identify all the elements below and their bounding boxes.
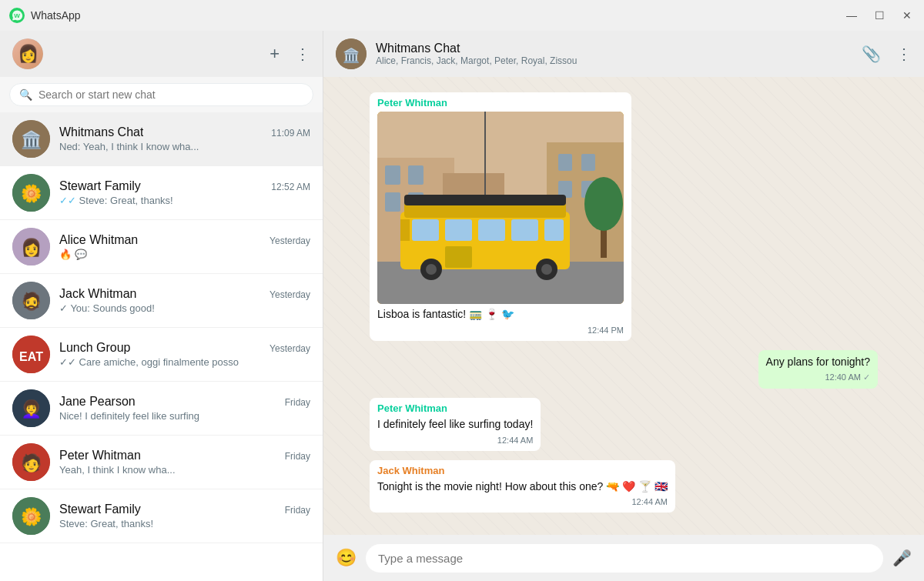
chat-list: 🏛️ Whitmans Chat 11:09 AM Ned: Yeah, I t… [0, 112, 323, 581]
chat-header-icons: 📎 ⋮ [862, 45, 912, 63]
chat-item-jack-whitman[interactable]: 🧔 Jack Whitman Yesterday ✓ You: Sounds g… [0, 274, 323, 328]
chat-item-stewart-family[interactable]: 🌼 Stewart Family 12:52 AM ✓✓ Steve: Grea… [0, 166, 323, 220]
close-button[interactable]: ✕ [899, 9, 915, 22]
chat-item-whitmans-chat[interactable]: 🏛️ Whitmans Chat 11:09 AM Ned: Yeah, I t… [0, 112, 323, 166]
svg-rect-48 [400, 219, 410, 241]
message-input[interactable] [366, 544, 883, 573]
svg-point-47 [541, 264, 552, 275]
chat-item-peter-whitman[interactable]: 🧑 Peter Whitman Friday Yeah, I think I k… [0, 436, 323, 489]
sidebar: 👩 + ⋮ 🔍 🏛️ Whitmans Ch [0, 31, 323, 581]
search-input[interactable] [38, 88, 303, 101]
maximize-button[interactable]: ☐ [872, 9, 887, 22]
chat-item-lunch-group[interactable]: EAT Lunch Group Yesterday ✓✓ Care amiche… [0, 328, 323, 382]
sidebar-header: 👩 + ⋮ [0, 31, 323, 77]
chat-header-info: Whitmans Chat Alice, Francis, Jack, Marg… [376, 42, 852, 66]
msg-text-surfing: I definitely feel like surfing today! [377, 417, 533, 432]
chat-info-jane: Jane Pearson Friday Nice! I definitely f… [59, 395, 310, 422]
msg-image-tram [377, 112, 624, 304]
chat-header-members: Alice, Francis, Jack, Margot, Peter, Roy… [376, 55, 852, 66]
avatar-stewart-family-2: 🌼 [12, 497, 50, 535]
chat-preview-lunch: ✓✓ Care amiche, oggi finalmente posso [59, 356, 310, 368]
new-chat-icon[interactable]: + [270, 44, 280, 64]
svg-text:🌼: 🌼 [21, 183, 42, 204]
msg-sender-peter: Peter Whitman [377, 97, 624, 109]
chat-time-alice: Yesterday [270, 235, 310, 246]
chat-time-stewart: 12:52 AM [271, 182, 310, 192]
msg-meta-1: 12:44 PM [377, 326, 624, 335]
minimize-button[interactable]: — [844, 9, 859, 22]
chat-preview-alice: 🔥 💬 [59, 249, 310, 260]
message-plans: Any plans for tonight? 12:40 AM ✓ [758, 350, 878, 389]
chat-time-lunch: Yesterday [270, 343, 310, 354]
svg-rect-42 [544, 219, 564, 241]
msg-meta-4: 12:44 AM [377, 497, 668, 506]
chat-item-alice-whitman[interactable]: 👩 Alice Whitman Yesterday 🔥 💬 [0, 220, 323, 274]
chat-preview-whitmans: Ned: Yeah, I think I know wha... [59, 141, 310, 152]
chat-header-name: Whitmans Chat [376, 42, 852, 55]
sidebar-icons: + ⋮ [270, 44, 310, 64]
msg-tick-single: ✓ [863, 372, 870, 382]
message-peter-surfing: Peter Whitman I definitely feel like sur… [370, 398, 541, 451]
chat-info-lunch: Lunch Group Yesterday ✓✓ Care amiche, og… [59, 341, 310, 368]
svg-rect-25 [408, 165, 424, 185]
titlebar-left: W WhatsApp [9, 8, 81, 23]
chat-name-stewart: Stewart Family [59, 179, 141, 193]
chat-menu-icon[interactable]: ⋮ [896, 45, 912, 63]
svg-text:🏛️: 🏛️ [21, 129, 42, 150]
messages-area: Peter Whitman [323, 77, 924, 535]
svg-rect-28 [558, 154, 572, 171]
svg-point-45 [426, 264, 437, 275]
search-container: 🔍 [9, 83, 313, 106]
window-controls: — ☐ ✕ [844, 9, 915, 22]
emoji-button[interactable]: 😊 [336, 548, 357, 568]
chat-time-peter: Friday [285, 451, 310, 462]
chat-item-stewart-family-2[interactable]: 🌼 Stewart Family Friday Steve: Great, th… [0, 489, 323, 543]
svg-rect-43 [445, 246, 472, 268]
svg-text:🌼: 🌼 [21, 506, 42, 527]
attachment-icon[interactable]: 📎 [862, 45, 881, 63]
whatsapp-logo-icon: W [9, 8, 25, 23]
titlebar: W WhatsApp — ☐ ✕ [0, 0, 924, 31]
svg-rect-29 [581, 154, 595, 171]
avatar-stewart-family: 🌼 [12, 174, 50, 212]
chat-preview-stewart2: Steve: Great, thanks! [59, 518, 310, 529]
search-icon: 🔍 [19, 88, 32, 101]
chat-top-alice: Alice Whitman Yesterday [59, 233, 310, 247]
search-bar: 🔍 [0, 77, 323, 112]
menu-icon[interactable]: ⋮ [295, 45, 310, 63]
msg-text-movie: Tonight is the movie night! How about th… [377, 479, 668, 495]
chat-preview-jane: Nice! I definitely feel like surfing [59, 410, 310, 422]
message-peter-image: Peter Whitman [370, 92, 631, 341]
msg-sender-peter-2: Peter Whitman [377, 402, 533, 414]
avatar-alice-whitman: 👩 [12, 228, 50, 265]
svg-point-33 [584, 177, 623, 231]
msg-sender-jack: Jack Whitman [377, 465, 668, 476]
chat-name-alice: Alice Whitman [59, 233, 138, 247]
chat-name-stewart2: Stewart Family [59, 503, 141, 516]
chat-top-jack: Jack Whitman Yesterday [59, 287, 310, 301]
chat-name-whitmans: Whitmans Chat [59, 125, 143, 139]
svg-text:W: W [14, 12, 20, 19]
svg-rect-24 [385, 165, 400, 185]
chat-top-peter: Peter Whitman Friday [59, 449, 310, 462]
chat-header-avatar: 🏛️ [336, 38, 367, 69]
chat-info-alice: Alice Whitman Yesterday 🔥 💬 [59, 233, 310, 260]
mic-button[interactable]: 🎤 [892, 549, 912, 567]
chat-item-jane-pearson[interactable]: 👩‍🦱 Jane Pearson Friday Nice! I definite… [0, 382, 323, 436]
chat-info-stewart: Stewart Family 12:52 AM ✓✓ Steve: Great,… [59, 179, 310, 206]
chat-preview-peter: Yeah, I think I know wha... [59, 464, 310, 476]
chat-panel: 🏛️ Whitmans Chat Alice, Francis, Jack, M… [323, 31, 924, 581]
svg-rect-39 [445, 219, 472, 241]
chat-input-area: 😊 🎤 [323, 535, 924, 581]
svg-rect-37 [404, 195, 566, 205]
svg-text:👩: 👩 [21, 237, 42, 258]
svg-text:👩‍🦱: 👩‍🦱 [21, 399, 42, 419]
svg-text:🏛️: 🏛️ [343, 47, 360, 64]
msg-meta-3: 12:44 AM [377, 436, 533, 445]
double-tick-gray-lunch: ✓✓ [59, 356, 76, 368]
user-avatar[interactable]: 👩 [12, 38, 43, 69]
svg-text:🧑: 🧑 [21, 452, 42, 473]
msg-text-lisboa: Lisboa is fantastic! 🚃 🍷 🐦 [377, 307, 624, 322]
chat-info-jack: Jack Whitman Yesterday ✓ You: Sounds goo… [59, 287, 310, 314]
chat-preview-stewart: ✓✓ Steve: Great, thanks! [59, 195, 310, 206]
